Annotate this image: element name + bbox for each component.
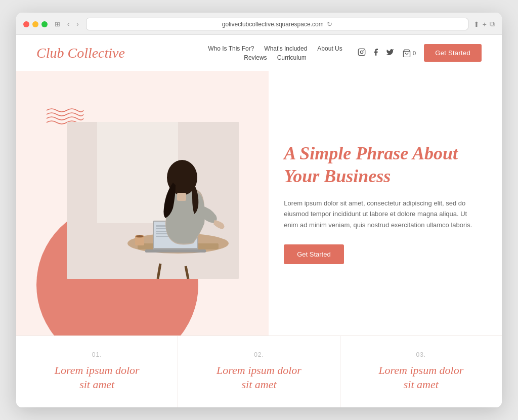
share-button[interactable]: ⬆ (473, 20, 480, 28)
feature-item-2: 02. Lorem ipsum dolorsit amet (178, 336, 340, 407)
url-text: goliveclubcollective.squarespace.com (222, 21, 324, 28)
feature-title-2: Lorem ipsum dolorsit amet (198, 363, 319, 392)
address-bar[interactable]: goliveclubcollective.squarespace.com ↻ (86, 18, 468, 30)
nav-social (358, 48, 394, 58)
traffic-lights (23, 21, 48, 27)
twitter-icon[interactable] (386, 48, 394, 58)
hero-image (67, 122, 239, 279)
browser-controls: ⊞ ‹ › (53, 19, 81, 29)
cart-area[interactable]: 0 (402, 49, 416, 57)
svg-point-2 (363, 50, 364, 50)
forward-button[interactable]: › (74, 19, 80, 29)
nav-row-1: Who Is This For? What's Included About U… (208, 45, 342, 52)
svg-rect-17 (177, 193, 186, 201)
close-button[interactable] (23, 21, 29, 27)
feature-item-1: 01. Lorem ipsum dolorsit amet (16, 336, 178, 407)
browser-actions: ⬆ + ⧉ (473, 20, 495, 28)
navigation: Club Collective Who Is This For? What's … (16, 35, 502, 71)
nav-who-is-this-for[interactable]: Who Is This For? (208, 45, 254, 52)
logo[interactable]: Club Collective (36, 45, 125, 61)
hero-cta-button[interactable]: Get Started (284, 244, 343, 264)
hero-body: Lorem ipsum dolor sit amet, consectetur … (284, 198, 477, 230)
feature-title-1: Lorem ipsum dolorsit amet (36, 363, 157, 392)
nav-whats-included[interactable]: What's Included (264, 45, 307, 52)
hero-section: A Simple Phrase About Your Business Lore… (16, 71, 502, 335)
website: Club Collective Who Is This For? What's … (16, 35, 502, 407)
sidebar-toggle-button[interactable]: ⊞ (53, 19, 62, 29)
hero-right: A Simple Phrase About Your Business Lore… (269, 71, 502, 335)
cart-count: 0 (413, 49, 416, 57)
nav-about-us[interactable]: About Us (317, 45, 342, 52)
feature-title-3: Lorem ipsum dolorsit amet (361, 363, 482, 392)
browser-chrome: ⊞ ‹ › goliveclubcollective.squarespace.c… (16, 13, 502, 35)
browser-window: ⊞ ‹ › goliveclubcollective.squarespace.c… (16, 13, 502, 407)
tab-overview-button[interactable]: ⧉ (490, 20, 495, 28)
instagram-icon[interactable] (358, 48, 366, 58)
feature-num-1: 01. (36, 351, 157, 358)
reload-button[interactable]: ↻ (327, 20, 332, 28)
nav-curriculum[interactable]: Curriculum (277, 54, 307, 61)
nav-links: Who Is This For? What's Included About U… (208, 45, 342, 61)
minimize-button[interactable] (32, 21, 38, 27)
feature-num-3: 03. (361, 351, 482, 358)
nav-row-2: Reviews Curriculum (244, 54, 306, 61)
maximize-button[interactable] (41, 21, 48, 27)
svg-rect-0 (358, 49, 365, 55)
feature-num-2: 02. (198, 351, 319, 358)
hero-left (16, 71, 269, 335)
svg-rect-15 (145, 249, 206, 253)
back-button[interactable]: ‹ (65, 19, 71, 29)
features-section: 01. Lorem ipsum dolorsit amet 02. Lorem … (16, 335, 502, 407)
hero-title: A Simple Phrase About Your Business (284, 142, 477, 188)
nav-reviews[interactable]: Reviews (244, 54, 267, 61)
svg-point-1 (360, 51, 363, 53)
nav-get-started-button[interactable]: Get Started (424, 44, 482, 62)
svg-point-22 (136, 235, 143, 237)
new-tab-button[interactable]: + (483, 20, 487, 28)
feature-item-3: 03. Lorem ipsum dolorsit amet (340, 336, 502, 407)
facebook-icon[interactable] (372, 48, 380, 58)
